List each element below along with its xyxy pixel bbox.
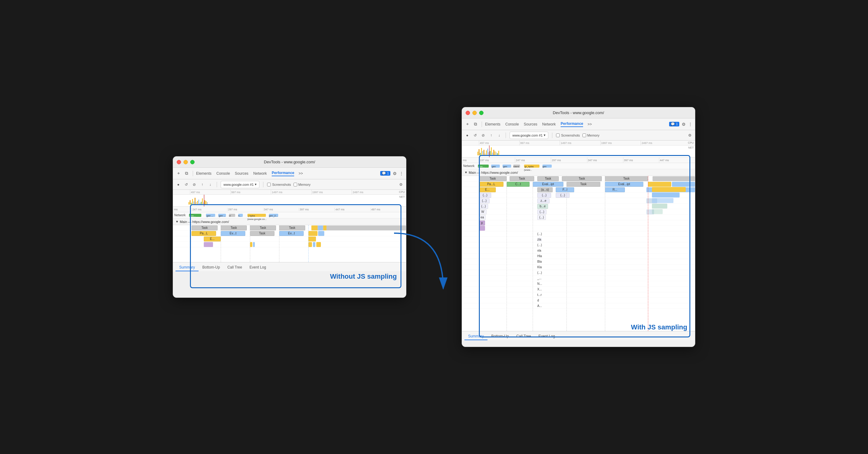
right-record-icon[interactable]: ●	[464, 133, 470, 138]
left-url-dropdown[interactable]: ▾	[255, 182, 257, 187]
right-layers-icon[interactable]: ⧉	[472, 121, 478, 127]
right-url-bar[interactable]: www.google.com #1 ▾	[509, 132, 548, 139]
right-more-menu-icon[interactable]: ⋮	[688, 122, 692, 127]
right-cursor-line	[489, 145, 490, 158]
left-tab-event-log[interactable]: Event Log	[246, 264, 270, 271]
right-download-icon[interactable]: ↓	[496, 133, 502, 138]
left-upload-icon[interactable]: ↑	[199, 182, 205, 187]
right-close-button[interactable]	[466, 111, 470, 115]
left-more-menu-icon[interactable]: ⋮	[399, 171, 404, 176]
right-capture-settings-icon[interactable]: ⚙	[687, 133, 692, 138]
right-net-bar-3: gen	[502, 165, 511, 168]
left-mini-graph: NET	[173, 195, 406, 207]
right-dashed-3	[566, 176, 567, 331]
right-tab-bottom-up[interactable]: Bottom-Up	[488, 333, 513, 340]
left-settings-icon[interactable]: ⚙	[393, 171, 397, 176]
right-memory-checkbox[interactable]	[583, 134, 586, 137]
left-main-title: Main — https://www.google.com/	[180, 220, 229, 224]
right-tab-event-log[interactable]: Event Log	[535, 333, 559, 340]
right-cpu-label: CPU	[688, 141, 694, 144]
right-task-row2: Task	[566, 182, 600, 187]
left-screenshots-checkbox[interactable]	[267, 183, 271, 187]
right-console-tab[interactable]: Console	[505, 122, 519, 126]
right-ruler-marks: 497 ms 997 ms 1497 ms 1997 ms 2497 ms	[479, 141, 681, 145]
right-minimize-button[interactable]	[472, 111, 477, 115]
right-network-tab[interactable]: Network	[542, 122, 556, 126]
right-tab-call-tree[interactable]: Call Tree	[513, 333, 535, 340]
right-cursor-icon[interactable]: ⌖	[464, 121, 471, 127]
right-detail-mark-2: 247 ms	[515, 158, 551, 163]
left-flame-row-1: Task Task Task Task	[173, 225, 406, 231]
right-reload-icon[interactable]: ↺	[472, 133, 478, 138]
left-close-button[interactable]	[177, 160, 181, 164]
right-ruler-mark-1: 497 ms	[479, 141, 520, 145]
left-record-icon[interactable]: ●	[176, 182, 181, 187]
right-label-n: N...	[537, 282, 542, 285]
left-console-tab[interactable]: Console	[216, 171, 230, 176]
left-maximize-button[interactable]	[190, 160, 194, 164]
right-elements-tab[interactable]: Elements	[485, 122, 500, 126]
left-more-tabs[interactable]: >>	[299, 171, 303, 176]
left-url-bar[interactable]: www.google.com #1 ▾	[221, 181, 259, 188]
left-memory-checkbox[interactable]	[293, 183, 297, 187]
right-tab-summary[interactable]: Summary	[464, 333, 488, 340]
right-anon-row8: (...)	[537, 215, 546, 220]
right-screenshots-checkbox[interactable]	[556, 134, 560, 137]
left-url-text: www.google.com #1	[223, 183, 254, 187]
left-capture-settings-icon[interactable]: ⚙	[398, 182, 404, 187]
right-url-dropdown[interactable]: ▾	[544, 133, 546, 137]
left-net-bar-2: gen ...	[206, 214, 215, 217]
right-z-e: z...e	[537, 198, 550, 203]
left-layers-icon[interactable]: ⧉	[184, 170, 190, 176]
right-dashed-1	[506, 176, 507, 331]
left-download-icon[interactable]: ↓	[208, 182, 213, 187]
left-devtools-window: DevTools - www.google.com/ ⌖ ⧉ Elements …	[173, 156, 406, 298]
left-detail-mark-1: 247 ms	[191, 208, 227, 211]
left-tab-bottom-up[interactable]: Bottom-Up	[198, 264, 223, 271]
right-maximize-button[interactable]	[479, 111, 484, 115]
right-overflow-green-2	[652, 209, 663, 214]
left-stop-icon[interactable]: ⊘	[191, 182, 197, 187]
right-ruler-mark-4: 1997 ms	[600, 141, 641, 145]
left-net-bar-6: ( hpba (www.google.co...	[247, 214, 266, 217]
left-flame-row-2: Pa...L Ev...t Task Ev...t	[173, 231, 406, 236]
left-performance-tab[interactable]: Performance	[272, 171, 294, 176]
right-label-underscore: _...	[537, 277, 541, 280]
left-main-header: ▼ Main — https://www.google.com/	[173, 218, 406, 225]
right-settings-icon[interactable]: ⚙	[682, 122, 686, 127]
left-net-label: NET	[399, 195, 405, 198]
left-elements-tab[interactable]: Elements	[196, 171, 212, 176]
left-network-row: Network goo... gen ... gen ... cl n... (…	[173, 212, 406, 218]
left-tab-call-tree[interactable]: Call Tree	[224, 264, 246, 271]
left-minimize-button[interactable]	[184, 160, 188, 164]
right-ruler-mark-2: 997 ms	[520, 141, 560, 145]
right-anon-1: (...)	[479, 193, 491, 198]
left-traffic-lights	[177, 160, 194, 164]
left-net-bar-1: goo...	[189, 214, 201, 217]
right-performance-tab[interactable]: Performance	[561, 121, 583, 127]
right-task-1: Task	[479, 176, 506, 181]
left-ruler-mark-2: 997 ms	[230, 190, 271, 194]
left-main-triangle: ▼	[176, 220, 179, 223]
left-cursor-icon[interactable]: ⌖	[176, 170, 182, 176]
right-sources-tab[interactable]: Sources	[524, 122, 537, 126]
left-eval-t1: Ev...t	[221, 231, 245, 236]
left-detail-mark-3: 347 ms	[263, 208, 299, 211]
left-memory-group: Memory	[293, 183, 311, 187]
left-tab-summary[interactable]: Summary	[176, 264, 198, 271]
left-sources-tab[interactable]: Sources	[235, 171, 248, 176]
left-main-toolbar: ⌖ ⧉ Elements Console Sources Network Per…	[173, 168, 406, 179]
left-cpu-label: CPU	[399, 190, 405, 194]
right-stop-icon[interactable]: ⊘	[480, 133, 486, 138]
right-anon-2: (...)	[537, 193, 551, 198]
left-detail-mark-6: 497 ms	[370, 208, 406, 211]
left-badge: 💬 1	[380, 171, 390, 176]
left-reload-icon[interactable]: ↺	[184, 182, 189, 187]
right-devtools-window: DevTools - www.google.com/ ⌖ ⧉ Elements …	[462, 107, 695, 347]
left-cursor-flame	[308, 225, 309, 262]
right-upload-icon[interactable]: ↑	[488, 133, 494, 138]
right-more-tabs[interactable]: >>	[587, 122, 592, 126]
left-ruler-mark-5: 2497 ms	[352, 190, 392, 194]
left-ruler-marks: 497 ms 997 ms 1497 ms 1997 ms 2497 ms	[190, 190, 392, 194]
left-network-tab[interactable]: Network	[253, 171, 267, 176]
